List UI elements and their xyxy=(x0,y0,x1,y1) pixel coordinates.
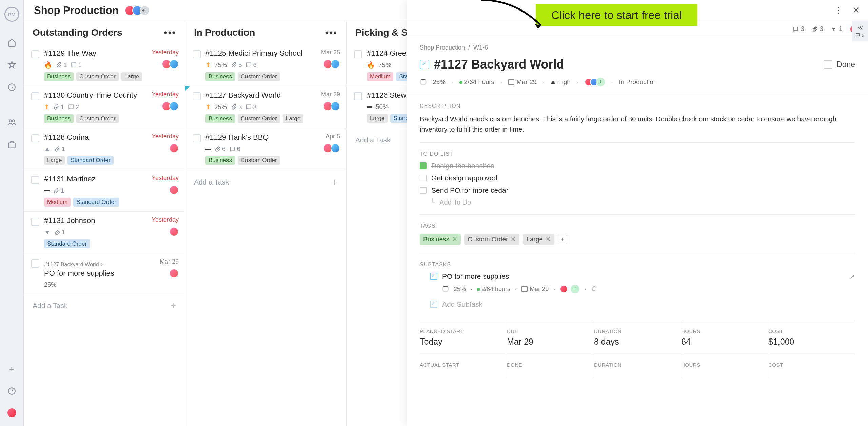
task-date: Mar 29 xyxy=(160,258,179,265)
task-card[interactable]: #1128 Corina ▲1 LargeStandard Order Yest… xyxy=(24,128,185,170)
assignees[interactable]: + xyxy=(585,78,605,86)
column-title: Outstanding Orders xyxy=(33,27,122,38)
assignees xyxy=(325,59,340,69)
add-assignee-icon[interactable]: + xyxy=(596,78,605,86)
comment-icon: 2 xyxy=(68,103,79,111)
tag: Standard Order xyxy=(44,239,90,248)
status[interactable]: In Production xyxy=(619,78,657,86)
task-card[interactable]: #1131 Martinez 1 MediumStandard Order Ye… xyxy=(24,170,185,212)
star-icon[interactable] xyxy=(7,60,16,69)
tag: Custom Order xyxy=(238,114,280,123)
tag: Business xyxy=(205,156,235,165)
tag: Business xyxy=(44,72,74,81)
column-title: In Production xyxy=(194,27,255,38)
column-menu-icon[interactable]: ••• xyxy=(326,27,337,38)
task-card[interactable]: #1131 Johnson ▼1 Standard Order Yesterda… xyxy=(24,212,185,253)
task-checkbox[interactable] xyxy=(354,92,362,100)
stat-cell: DURATION xyxy=(594,354,681,378)
tag[interactable]: Large ✕ xyxy=(523,234,554,245)
remove-tag-icon[interactable]: ✕ xyxy=(511,235,516,243)
open-subtask-icon[interactable]: ↗ xyxy=(849,272,855,280)
task-checkbox[interactable] xyxy=(193,92,201,100)
project-members[interactable]: +1 xyxy=(125,5,150,16)
attachments-count[interactable]: 3 xyxy=(812,25,823,33)
add-task[interactable]: Add a Task+ xyxy=(24,293,185,318)
task-title: #1125 Medici Primary School xyxy=(205,49,316,58)
task-checkbox[interactable] xyxy=(31,134,39,142)
priority-icon: ▼ xyxy=(44,229,51,236)
add-tag[interactable]: + xyxy=(558,235,567,244)
tag: Custom Order xyxy=(76,114,119,123)
hours-spent: 2/64 hours xyxy=(464,78,494,85)
subtask-checkbox[interactable] xyxy=(430,273,437,280)
task-title: #1131 Martinez xyxy=(44,175,147,183)
add-task[interactable]: Add a Task+ xyxy=(185,170,346,194)
delete-icon[interactable] xyxy=(591,285,597,293)
clock-icon[interactable] xyxy=(7,83,16,92)
tag: Custom Order xyxy=(238,156,280,165)
task-title: #1127 Backyard World xyxy=(205,91,316,100)
priority[interactable]: High xyxy=(551,78,571,86)
due-date[interactable]: Mar 29 xyxy=(516,78,536,85)
team-icon[interactable] xyxy=(7,118,16,127)
task-card[interactable]: #1125 Medici Primary School ⬆75%56 Busin… xyxy=(185,44,346,86)
tag[interactable]: Business ✕ xyxy=(420,234,461,245)
avatar[interactable] xyxy=(560,285,568,293)
priority-up-icon: ⬆ xyxy=(205,61,211,69)
help-icon[interactable] xyxy=(7,387,16,395)
calendar-icon xyxy=(508,79,514,85)
add-todo[interactable]: └Add To Do xyxy=(420,198,855,206)
add-icon[interactable]: + xyxy=(9,364,14,374)
task-title: #1130 Country Time County xyxy=(44,91,147,100)
breadcrumb-item[interactable]: Shop Production xyxy=(420,44,465,51)
task-card[interactable]: #1129 The Way 🔥11 BusinessCustom OrderLa… xyxy=(24,44,185,86)
free-trial-cta[interactable]: Click here to start free trial xyxy=(536,4,697,26)
task-card[interactable]: #1127 Backyard World > PO for more suppl… xyxy=(24,253,185,293)
task-card[interactable]: #1127 Backyard World ⬆25%33 BusinessCust… xyxy=(185,86,346,128)
breadcrumb-item[interactable]: W1-6 xyxy=(473,44,488,51)
column-menu-icon[interactable]: ••• xyxy=(164,27,176,38)
task-checkbox[interactable] xyxy=(31,176,39,184)
subtask-title[interactable]: PO for more supplies xyxy=(442,272,509,280)
tag[interactable]: Custom Order ✕ xyxy=(464,234,519,245)
task-card[interactable]: #1130 Country Time County ⬆12 BusinessCu… xyxy=(24,86,185,128)
home-icon[interactable] xyxy=(7,38,16,47)
task-checkbox[interactable] xyxy=(193,134,201,142)
briefcase-icon[interactable] xyxy=(7,140,16,149)
add-assignee-icon[interactable]: + xyxy=(571,285,579,293)
task-checkbox[interactable] xyxy=(31,218,39,226)
task-checkbox[interactable] xyxy=(31,92,39,100)
task-card[interactable]: #1129 Hank's BBQ 66 BusinessCustom Order… xyxy=(185,128,346,170)
detail-menu-icon[interactable]: ⋮ xyxy=(835,6,842,15)
task-title[interactable]: #1127 Backyard World xyxy=(434,57,564,72)
task-checkbox[interactable] xyxy=(31,50,39,58)
tag: Business xyxy=(44,114,74,123)
parent-task-ref[interactable]: #1127 Backyard World > xyxy=(44,258,155,269)
todo-checkbox[interactable] xyxy=(420,187,427,194)
remove-tag-icon[interactable]: ✕ xyxy=(546,235,551,243)
task-checkbox[interactable] xyxy=(420,60,429,69)
assignees xyxy=(171,227,179,236)
breadcrumb: Shop Production / W1-6 xyxy=(420,44,855,51)
task-checkbox[interactable] xyxy=(354,50,362,58)
todo-checkbox[interactable] xyxy=(420,175,427,181)
attachment-icon: 3 xyxy=(231,103,242,111)
mark-done[interactable]: Done xyxy=(824,60,855,69)
task-checkbox[interactable] xyxy=(193,50,201,58)
priority-up-icon: ⬆ xyxy=(44,103,50,111)
comments-count[interactable]: 3 xyxy=(793,25,804,33)
attachment-icon: 1 xyxy=(54,229,65,236)
subtasks-count[interactable]: 1 xyxy=(831,25,842,33)
close-icon[interactable]: ✕ xyxy=(852,5,860,16)
add-subtask[interactable]: Add Subtask xyxy=(442,300,482,308)
app-logo[interactable]: PM xyxy=(4,7,19,22)
todo-item[interactable]: Get design approved xyxy=(420,174,855,182)
todo-checkbox[interactable] xyxy=(420,162,427,169)
remove-tag-icon[interactable]: ✕ xyxy=(452,235,457,243)
collapse-sidebar[interactable]: ≪ 3 xyxy=(852,21,868,41)
current-user-avatar[interactable] xyxy=(7,408,17,418)
todo-item[interactable]: Send PO for more cedar xyxy=(420,186,855,194)
task-description[interactable]: Backyard World needs custom benches. Thi… xyxy=(420,114,855,134)
todo-item[interactable]: Design the benches xyxy=(420,162,855,170)
task-checkbox[interactable] xyxy=(31,259,39,268)
